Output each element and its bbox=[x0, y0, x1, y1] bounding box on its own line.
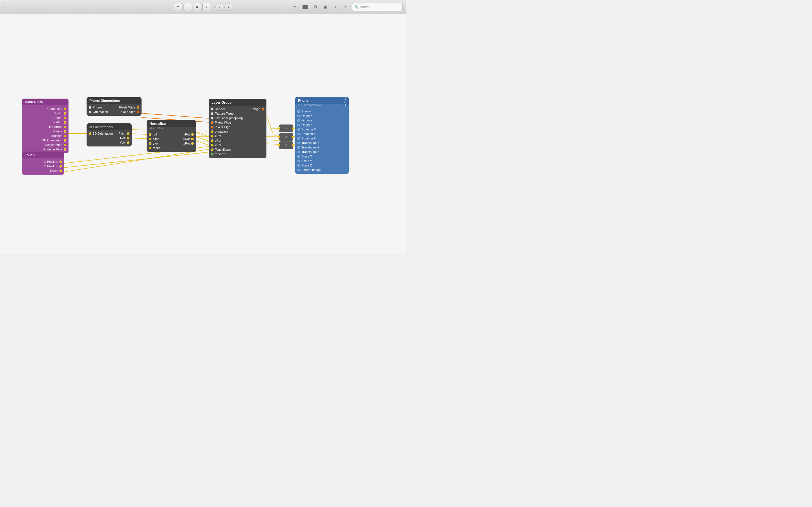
node-row: Phone Pixels Wide bbox=[87, 105, 142, 110]
port-scale-x[interactable] bbox=[297, 155, 300, 158]
port-reset[interactable] bbox=[149, 147, 151, 149]
phone-3d-node[interactable]: Phone ▲ 1 ▼ 3D Transformation Enable Ori… bbox=[295, 97, 349, 174]
node-row: Rotation Rate bbox=[22, 147, 68, 152]
port-yaw-in[interactable] bbox=[149, 142, 151, 145]
normalise-node[interactable]: Normalise Macro Patch roll xRot pitch yR… bbox=[147, 120, 196, 152]
port-zrot[interactable] bbox=[191, 142, 194, 145]
port-tex-mip[interactable] bbox=[211, 117, 213, 119]
search-box[interactable]: 🔍 bbox=[352, 3, 403, 11]
port-3dor-in[interactable] bbox=[89, 132, 91, 135]
back-button[interactable]: ‹ bbox=[332, 3, 340, 11]
port-tex-target[interactable] bbox=[211, 112, 213, 115]
mult1-out[interactable] bbox=[292, 127, 295, 130]
port-image-out[interactable] bbox=[262, 108, 264, 110]
port-speed[interactable] bbox=[211, 153, 213, 156]
mult2-in[interactable] bbox=[278, 136, 280, 138]
port-height[interactable] bbox=[64, 117, 66, 119]
mult3-in[interactable] bbox=[278, 144, 280, 147]
port-enable[interactable] bbox=[297, 110, 300, 113]
port-down[interactable] bbox=[59, 170, 62, 172]
stepper-count: 1 bbox=[343, 101, 348, 103]
node-row: Translation Y bbox=[295, 145, 349, 150]
port-roll[interactable] bbox=[127, 137, 130, 139]
node-row: Height bbox=[22, 115, 68, 120]
port-pixels-high[interactable] bbox=[137, 111, 139, 113]
device-info-node[interactable]: Device Info Connected Width Height Is iP… bbox=[22, 99, 68, 153]
port-render[interactable] bbox=[211, 108, 213, 110]
port-pitch[interactable] bbox=[127, 132, 130, 135]
port-yrot-in[interactable] bbox=[211, 139, 213, 142]
plus-button[interactable]: + bbox=[202, 3, 211, 11]
port-zrot-in[interactable] bbox=[211, 135, 213, 137]
add-round-button[interactable]: + bbox=[215, 3, 223, 11]
equals-button[interactable]: = bbox=[193, 3, 202, 11]
forward-button[interactable]: › bbox=[342, 3, 350, 11]
port-accel[interactable] bbox=[64, 144, 66, 146]
port-scale-y[interactable] bbox=[297, 160, 300, 162]
port-3d-orient[interactable] bbox=[64, 139, 66, 142]
port-pixels-wide[interactable] bbox=[137, 106, 139, 109]
node-row: Origin Z bbox=[295, 122, 349, 127]
up-button[interactable]: ▲ bbox=[224, 3, 232, 11]
port-orient-in[interactable] bbox=[89, 111, 91, 113]
port-roll-in[interactable] bbox=[149, 133, 151, 136]
port-retina[interactable] bbox=[64, 130, 66, 133]
multiplier-2-node[interactable]: × bbox=[279, 133, 293, 141]
hamburger-icon[interactable]: ≡ bbox=[3, 4, 6, 10]
port-touches[interactable] bbox=[64, 135, 66, 137]
port-phone-in[interactable] bbox=[89, 106, 91, 109]
port-rot-x[interactable] bbox=[297, 128, 300, 131]
port-is-ipad[interactable] bbox=[64, 121, 66, 124]
dots-button[interactable]: •• bbox=[174, 3, 183, 11]
node-row: Scale Y bbox=[295, 159, 349, 163]
phone-dimensions-node[interactable]: Phone Dimensions Phone Pixels Wide Orien… bbox=[87, 97, 142, 116]
port-screen-image[interactable] bbox=[297, 169, 300, 171]
search-input[interactable] bbox=[360, 5, 400, 9]
port-rot-y[interactable] bbox=[297, 133, 300, 135]
svg-rect-0 bbox=[303, 5, 305, 9]
node-row: Origin Y bbox=[295, 118, 349, 122]
port-orient[interactable] bbox=[211, 130, 213, 133]
stepper-down[interactable]: ▼ bbox=[343, 103, 348, 107]
port-ypos[interactable] bbox=[59, 165, 62, 168]
gear-button[interactable]: ⚙ bbox=[311, 3, 319, 11]
port-xrot[interactable] bbox=[191, 133, 194, 136]
multiplier-1-node[interactable]: × bbox=[279, 124, 293, 132]
port-origin-y[interactable] bbox=[297, 119, 300, 122]
node-row: Is Portrait bbox=[22, 124, 68, 129]
device-info-body: Connected Width Height Is iPad Is Portra… bbox=[22, 105, 68, 153]
layer-group-node[interactable]: Layer Group Render Image Texture Target … bbox=[209, 99, 266, 158]
touch-node[interactable]: Touch X Position Y Position Down bbox=[22, 152, 64, 175]
port-yaw[interactable] bbox=[127, 142, 130, 144]
mult3-out[interactable] bbox=[292, 144, 295, 147]
port-touchdown[interactable] bbox=[211, 149, 213, 151]
eye-button[interactable]: ◉ bbox=[321, 3, 329, 11]
port-connected[interactable] bbox=[64, 108, 66, 110]
port-xpos[interactable] bbox=[59, 161, 62, 163]
port-origin-x[interactable] bbox=[297, 115, 300, 117]
mult1-in[interactable] bbox=[278, 127, 280, 130]
port-width[interactable] bbox=[64, 112, 66, 115]
port-trans-x[interactable] bbox=[297, 142, 300, 144]
node-row: Retina bbox=[22, 129, 68, 133]
port-px-wide[interactable] bbox=[211, 121, 213, 124]
port-rot-rate[interactable] bbox=[64, 148, 66, 151]
node-row: Yaw bbox=[87, 140, 132, 145]
multiplier-3-node[interactable]: × bbox=[279, 142, 293, 149]
port-trans-z[interactable] bbox=[297, 151, 300, 153]
port-is-portrait[interactable] bbox=[64, 126, 66, 128]
port-trans-y[interactable] bbox=[297, 146, 300, 149]
node-row: Scale Z bbox=[295, 163, 349, 168]
mult2-out[interactable] bbox=[292, 136, 295, 138]
port-pitch-in[interactable] bbox=[149, 138, 151, 140]
port-px-high[interactable] bbox=[211, 126, 213, 128]
layout-button[interactable] bbox=[301, 3, 309, 11]
port-rot-z[interactable] bbox=[297, 137, 300, 140]
3d-orientation-node[interactable]: 3D Orientation 3D Orientation Pitch Roll… bbox=[87, 123, 132, 147]
port-xrot-in[interactable] bbox=[211, 144, 213, 147]
port-scale-z[interactable] bbox=[297, 164, 300, 167]
minus-button[interactable]: − bbox=[184, 3, 192, 11]
add-icon-button[interactable]: + bbox=[291, 3, 299, 11]
port-yrot[interactable] bbox=[191, 138, 194, 140]
port-origin-z[interactable] bbox=[297, 124, 300, 126]
